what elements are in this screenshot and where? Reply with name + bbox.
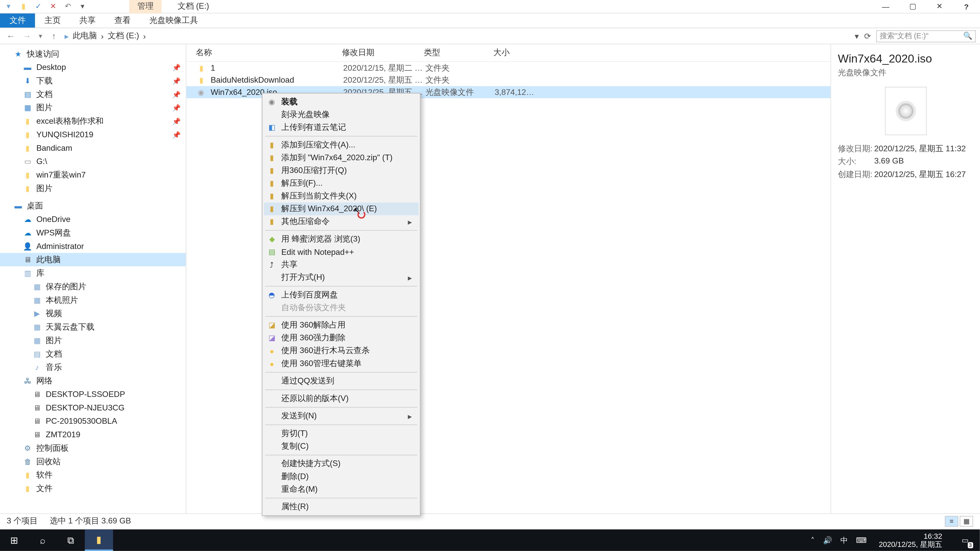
task-view-button[interactable]: ⧉ — [57, 529, 85, 551]
cm-qq-send[interactable]: 通过QQ发送到 — [264, 375, 419, 387]
cm-rename[interactable]: 重命名(M) — [264, 483, 419, 495]
ribbon-view[interactable]: 查看 — [105, 14, 140, 27]
breadcrumb[interactable]: ▸ 此电脑 › 文档 (E:) › — [63, 30, 147, 42]
cm-open-360zip[interactable]: ▮用360压缩打开(Q) — [264, 164, 419, 177]
folder-icon[interactable]: ▮ — [18, 0, 30, 12]
nav-lib-item[interactable]: ▦天翼云盘下载 — [0, 320, 186, 333]
nav-files[interactable]: ▮文件 — [0, 482, 186, 495]
cm-bee-browser[interactable]: ◆用 蜂蜜浏览器 浏览(3) — [264, 233, 419, 245]
cm-other-compress[interactable]: ▮其他压缩命令▸ — [264, 215, 419, 228]
nav-quick-item[interactable]: ▭G:\ — [0, 155, 186, 168]
col-date[interactable]: 修改日期 — [342, 47, 424, 59]
cm-add-named[interactable]: ▮添加到 "Win7x64_2020.zip" (T) — [264, 151, 419, 164]
cm-copy[interactable]: 复制(C) — [264, 440, 419, 453]
cm-360-force-delete[interactable]: ◪使用 360强力删除 — [264, 332, 419, 345]
minimize-button[interactable]: — — [872, 0, 899, 13]
nav-libraries[interactable]: ▥库 — [0, 266, 186, 280]
action-center-button[interactable]: ▭3 — [954, 529, 976, 551]
ribbon-home[interactable]: 主页 — [35, 14, 70, 27]
nav-lib-item[interactable]: ▦本机照片 — [0, 293, 186, 307]
nav-lib-item[interactable]: ▤文档 — [0, 347, 186, 361]
back-button[interactable]: ← — [4, 29, 18, 43]
address-dropdown-icon[interactable]: ▾ — [855, 32, 859, 41]
nav-quick-item[interactable]: ▮win7重装win7 — [0, 168, 186, 182]
col-size[interactable]: 大小 — [493, 47, 534, 59]
recent-dropdown[interactable]: ▾ — [36, 29, 45, 43]
nav-net-item[interactable]: 🖥DESKTOP-LSSOEDP — [0, 387, 186, 401]
cm-notepad[interactable]: ▤Edit with Notepad++ — [264, 246, 419, 259]
search-input[interactable]: 搜索"文档 (E:)" 🔍 — [876, 30, 976, 42]
cm-360-unlock[interactable]: ◪使用 360解除占用 — [264, 319, 419, 332]
check-icon[interactable]: ✓ — [32, 0, 45, 12]
nav-control-panel[interactable]: ⚙控制面板 — [0, 441, 186, 455]
tray-up-icon[interactable]: ˄ — [811, 536, 815, 545]
refresh-icon[interactable]: ⟳ — [861, 32, 873, 41]
nav-quick-item[interactable]: ⬇下载📌 — [0, 74, 186, 87]
breadcrumb-doc[interactable]: 文档 (E:) — [107, 30, 141, 42]
cm-360-manage-context[interactable]: ●使用 360管理右键菜单 — [264, 357, 419, 370]
help-icon[interactable]: ? — [953, 0, 980, 13]
chevron-right-icon[interactable]: › — [142, 32, 147, 41]
breadcrumb-pc[interactable]: 此电脑 — [72, 30, 98, 42]
file-row[interactable]: ▮ 1 2020/12/15, 星期二 1... 文件夹 — [186, 62, 830, 74]
cm-open-with[interactable]: 打开方式(H)▸ — [264, 271, 419, 284]
nav-this-pc[interactable]: 🖥此电脑 — [0, 253, 186, 267]
cm-cut[interactable]: 剪切(T) — [264, 427, 419, 440]
close-qa-icon[interactable]: ✕ — [47, 0, 59, 12]
file-row[interactable]: ▮ BaiduNetdiskDownload 2020/12/25, 星期五 1… — [186, 74, 830, 86]
nav-lib-item[interactable]: ▦保存的图片 — [0, 280, 186, 293]
volume-icon[interactable]: 🔊 — [823, 536, 832, 545]
nav-down-icon[interactable]: ▾ — [3, 0, 15, 12]
cm-delete[interactable]: 删除(D) — [264, 470, 419, 483]
nav-quick-access[interactable]: ★快速访问 — [0, 47, 186, 61]
cm-extract-here[interactable]: ▮解压到当前文件夹(X) — [264, 190, 419, 203]
cm-shortcut[interactable]: 创建快捷方式(S) — [264, 457, 419, 470]
nav-lib-item[interactable]: ▶视频 — [0, 306, 186, 320]
qat-more-icon[interactable]: ▾ — [77, 0, 89, 12]
cm-baidu[interactable]: ◓上传到百度网盘 — [264, 289, 419, 301]
clock[interactable]: 16:32 2020/12/25, 星期五 — [875, 532, 946, 548]
nav-desktop[interactable]: ▬桌面 — [0, 199, 186, 213]
nav-onedrive[interactable]: ☁OneDrive — [0, 213, 186, 226]
cm-send-to[interactable]: 发送到(N)▸ — [264, 410, 419, 422]
chevron-right-icon[interactable]: › — [100, 32, 105, 41]
cm-360-scan[interactable]: ●使用 360进行木马云查杀 — [264, 345, 419, 357]
contextual-tab-manage[interactable]: 管理 — [129, 0, 162, 14]
nav-wps[interactable]: ☁WPS网盘 — [0, 226, 186, 240]
nav-quick-item[interactable]: ▦图片📌 — [0, 101, 186, 114]
start-button[interactable]: ⊞ — [0, 529, 28, 551]
nav-net-item[interactable]: 🖥DESKTOP-NJEU3CG — [0, 401, 186, 414]
keyboard-icon[interactable]: ⌨ — [856, 536, 867, 545]
nav-quick-item[interactable]: ▮Bandicam — [0, 141, 186, 155]
forward-button[interactable]: → — [20, 29, 34, 43]
nav-net-item[interactable]: 🖥ZMT2019 — [0, 428, 186, 441]
nav-lib-item[interactable]: ♪音乐 — [0, 360, 186, 374]
nav-quick-item[interactable]: ▬Desktop📌 — [0, 60, 186, 74]
cm-add-archive[interactable]: ▮添加到压缩文件(A)... — [264, 138, 419, 151]
close-button[interactable]: ✕ — [926, 0, 953, 13]
cm-burn[interactable]: 刻录光盘映像 — [264, 108, 419, 121]
undo-icon[interactable]: ↶ — [62, 0, 74, 12]
nav-net-item[interactable]: 🖥PC-20190530OBLA — [0, 414, 186, 428]
cm-extract-named[interactable]: ▮解压到 Win7x64_2020\ (E) — [264, 203, 419, 215]
nav-lib-item[interactable]: ▦图片 — [0, 333, 186, 347]
view-details-button[interactable]: ≡ — [945, 516, 958, 526]
cm-restore-versions[interactable]: 还原以前的版本(V) — [264, 392, 419, 405]
nav-quick-item[interactable]: ▮图片 — [0, 182, 186, 195]
col-name[interactable]: 名称 — [196, 47, 342, 59]
ribbon-disc-tools[interactable]: 光盘映像工具 — [140, 14, 207, 27]
nav-quick-item[interactable]: ▮YUNQISHI2019📌 — [0, 128, 186, 141]
cm-youdao[interactable]: ◧上传到有道云笔记 — [264, 121, 419, 134]
explorer-taskbar-icon[interactable]: ▮ — [85, 529, 113, 551]
nav-software[interactable]: ▮软件 — [0, 468, 186, 482]
view-icons-button[interactable]: ▦ — [959, 516, 973, 526]
nav-quick-item[interactable]: ▮excel表格制作求和📌 — [0, 114, 186, 128]
nav-network[interactable]: 🖧网络 — [0, 374, 186, 387]
nav-quick-item[interactable]: ▤文档📌 — [0, 87, 186, 101]
up-button[interactable]: ↑ — [47, 29, 61, 43]
ribbon-file[interactable]: 文件 — [0, 14, 35, 27]
cm-properties[interactable]: 属性(R) — [264, 500, 419, 513]
cm-extract-to[interactable]: ▮解压到(F)... — [264, 177, 419, 190]
cm-mount[interactable]: ◉装载 — [264, 95, 419, 108]
nav-admin[interactable]: 👤Administrator — [0, 240, 186, 253]
